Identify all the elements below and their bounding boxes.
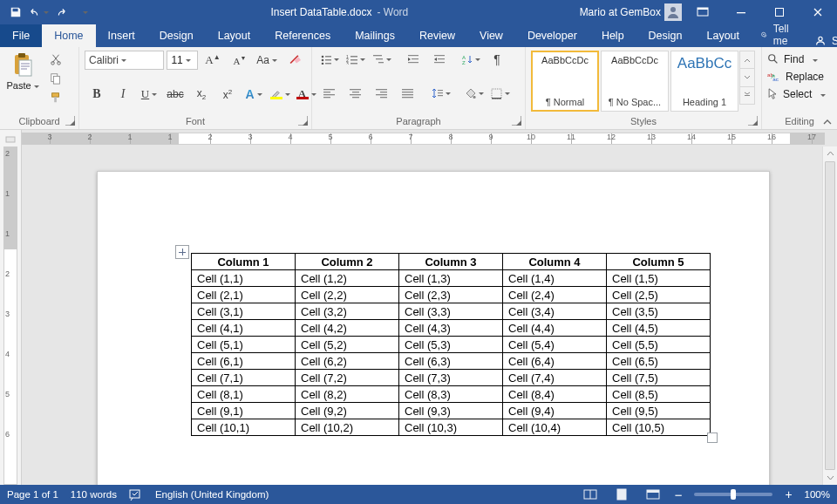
table-row[interactable]: Cell (6,1)Cell (6,2)Cell (6,3)Cell (6,4)… [192, 353, 711, 370]
table-header[interactable]: Column 2 [296, 254, 399, 270]
zoom-out-button[interactable]: − [675, 487, 683, 502]
table-cell[interactable]: Cell (10,1) [192, 419, 296, 436]
table-cell[interactable]: Cell (8,3) [399, 386, 503, 403]
table-cell[interactable]: Cell (3,3) [399, 303, 503, 320]
table-cell[interactable]: Cell (6,2) [296, 353, 399, 370]
font-size-combo[interactable]: 11 [167, 51, 198, 70]
save-button[interactable] [5, 3, 26, 22]
view-web-layout-button[interactable] [643, 487, 663, 502]
cut-button[interactable] [44, 51, 68, 68]
table-header[interactable]: Column 3 [399, 254, 503, 270]
data-table[interactable]: Column 1Column 2Column 3Column 4Column 5… [191, 253, 711, 436]
select-button[interactable]: Select [767, 85, 832, 103]
tab-file[interactable]: File [0, 24, 42, 47]
zoom-level[interactable]: 100% [805, 489, 830, 500]
share-button[interactable]: Share [802, 35, 837, 47]
tab-design-contextual[interactable]: Design [636, 24, 695, 47]
scroll-up-button[interactable] [823, 146, 837, 160]
table-row[interactable]: Cell (2,1)Cell (2,2)Cell (2,3)Cell (2,4)… [192, 287, 711, 303]
shading-button[interactable] [462, 85, 487, 102]
borders-button[interactable] [488, 85, 513, 102]
table-header[interactable]: Column 4 [503, 254, 607, 270]
multilevel-list-button[interactable] [370, 51, 394, 68]
table-cell[interactable]: Cell (4,1) [192, 320, 296, 337]
paragraph-launcher[interactable] [512, 116, 521, 126]
table-cell[interactable]: Cell (1,1) [192, 270, 296, 287]
tab-design[interactable]: Design [147, 24, 206, 47]
scroll-down-button[interactable] [823, 471, 837, 485]
undo-button[interactable] [28, 3, 49, 22]
table-cell[interactable]: Cell (9,1) [192, 403, 296, 419]
table-cell[interactable]: Cell (6,5) [607, 353, 711, 370]
table-cell[interactable]: Cell (7,2) [296, 370, 399, 386]
table-row[interactable]: Cell (4,1)Cell (4,2)Cell (4,3)Cell (4,4)… [192, 320, 711, 337]
tell-me-search[interactable]: Tell me [752, 23, 802, 47]
horizontal-ruler[interactable]: 321123456789101112131415161718 [22, 130, 837, 147]
scroll-thumb[interactable] [825, 161, 835, 470]
table-cell[interactable]: Cell (10,5) [607, 419, 711, 436]
status-language[interactable]: English (United Kingdom) [155, 489, 269, 500]
qat-customize-button[interactable] [73, 3, 94, 22]
document-canvas[interactable]: Column 1Column 2Column 3Column 4Column 5… [22, 146, 822, 485]
view-read-mode-button[interactable] [581, 487, 600, 502]
table-cell[interactable]: Cell (8,1) [192, 386, 296, 403]
tab-developer[interactable]: Developer [515, 24, 589, 47]
table-cell[interactable]: Cell (10,2) [296, 419, 399, 436]
italic-button[interactable]: I [111, 85, 135, 104]
close-button[interactable] [800, 0, 835, 24]
tab-layout-contextual[interactable]: Layout [695, 24, 752, 47]
find-button[interactable]: Find [767, 51, 832, 68]
font-launcher[interactable] [298, 116, 308, 126]
table-cell[interactable]: Cell (1,3) [399, 270, 503, 287]
copy-button[interactable] [44, 70, 68, 87]
status-proofing[interactable] [129, 488, 143, 501]
table-cell[interactable]: Cell (7,4) [503, 370, 607, 386]
clear-formatting-button[interactable] [282, 51, 306, 70]
align-center-button[interactable] [344, 85, 368, 102]
style--normal[interactable]: AaBbCcDc¶ Normal [531, 51, 599, 112]
table-cell[interactable]: Cell (1,4) [503, 270, 607, 287]
table-cell[interactable]: Cell (9,4) [503, 403, 607, 419]
table-cell[interactable]: Cell (4,2) [296, 320, 399, 337]
table-cell[interactable]: Cell (1,2) [296, 270, 399, 287]
vertical-scrollbar[interactable] [822, 146, 837, 485]
table-move-handle[interactable] [175, 245, 189, 259]
status-page[interactable]: Page 1 of 1 [7, 489, 58, 500]
table-cell[interactable]: Cell (4,5) [607, 320, 711, 337]
table-cell[interactable]: Cell (3,5) [607, 303, 711, 320]
change-case-button[interactable]: Aa [255, 51, 279, 70]
table-cell[interactable]: Cell (6,1) [192, 353, 296, 370]
styles-launcher[interactable] [748, 116, 758, 126]
strikethrough-button[interactable]: abc [163, 85, 187, 104]
tab-insert[interactable]: Insert [96, 24, 147, 47]
table-resize-handle[interactable] [707, 432, 718, 443]
table-cell[interactable]: Cell (7,1) [192, 370, 296, 386]
style--no-spac-[interactable]: AaBbCcDc¶ No Spac... [601, 51, 669, 112]
table-row[interactable]: Cell (7,1)Cell (7,2)Cell (7,3)Cell (7,4)… [192, 370, 711, 386]
table-row[interactable]: Cell (10,1)Cell (10,2)Cell (10,3)Cell (1… [192, 419, 711, 436]
collapse-ribbon-button[interactable] [821, 117, 834, 127]
tab-mailings[interactable]: Mailings [343, 24, 407, 47]
text-effects-button[interactable]: A [242, 85, 266, 104]
sort-button[interactable]: AZ [459, 51, 483, 68]
table-cell[interactable]: Cell (5,2) [296, 337, 399, 353]
tab-home[interactable]: Home [42, 24, 95, 47]
table-cell[interactable]: Cell (7,3) [399, 370, 503, 386]
tab-help[interactable]: Help [589, 24, 636, 47]
bold-button[interactable]: B [85, 85, 109, 104]
bullets-button[interactable] [317, 51, 342, 68]
maximize-button[interactable] [762, 0, 797, 24]
table-cell[interactable]: Cell (5,4) [503, 337, 607, 353]
table-cell[interactable]: Cell (6,3) [399, 353, 503, 370]
minimize-button[interactable] [724, 0, 759, 24]
table-header[interactable]: Column 5 [607, 254, 711, 270]
table-cell[interactable]: Cell (2,2) [296, 287, 399, 303]
table-cell[interactable]: Cell (4,4) [503, 320, 607, 337]
grow-font-button[interactable]: A▲ [201, 51, 225, 70]
table-cell[interactable]: Cell (5,5) [607, 337, 711, 353]
table-row[interactable]: Cell (3,1)Cell (3,2)Cell (3,3)Cell (3,4)… [192, 303, 711, 320]
numbering-button[interactable]: 123 [344, 51, 368, 68]
table-row[interactable]: Cell (8,1)Cell (8,2)Cell (8,3)Cell (8,4)… [192, 386, 711, 403]
increase-indent-button[interactable] [427, 51, 452, 68]
font-name-combo[interactable]: Calibri [85, 51, 164, 70]
